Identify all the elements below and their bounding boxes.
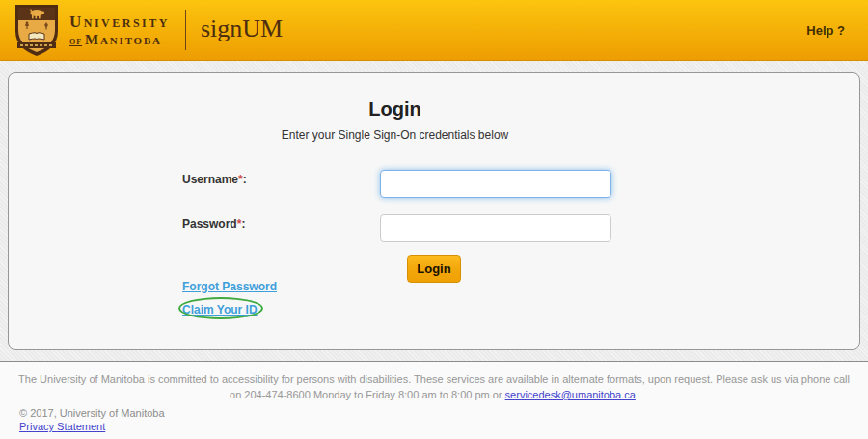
after-email-period: . (636, 389, 638, 400)
main-area: Login Enter your Single Sign-On credenti… (0, 61, 868, 361)
username-label: Username*: (182, 173, 247, 186)
page-subtitle: Enter your Single Sign-On credentials be… (176, 128, 614, 142)
university-wordmark: University ofManitoba (69, 14, 170, 47)
page-title: Login (176, 98, 614, 121)
university-crest-icon (14, 4, 60, 57)
ribbon-banner-glyph (17, 42, 56, 48)
app-header: University ofManitoba signUM Help ? (0, 0, 868, 61)
copyright-text: © 2017, University of Manitoba (19, 407, 165, 419)
open-book-glyph (29, 32, 44, 39)
privacy-statement-link[interactable]: Privacy Statement (19, 421, 105, 432)
login-button[interactable]: Login (407, 255, 461, 283)
wordmark-line1: University (69, 14, 170, 30)
wordmark-line2: ofManitoba (69, 33, 170, 47)
help-link[interactable]: Help ? (806, 23, 845, 38)
password-label: Password*: (182, 217, 245, 231)
servicedesk-email-link[interactable]: servicedesk@umanitoba.ca (505, 389, 636, 400)
forgot-password-link[interactable]: Forgot Password (182, 280, 277, 293)
accessibility-notice: The University of Manitoba is committed … (0, 362, 868, 403)
password-input[interactable] (380, 214, 611, 242)
wordmark-of: of (69, 35, 82, 46)
login-heading: Login Enter your Single Sign-On credenti… (176, 98, 614, 142)
accessibility-text: The University of Manitoba is committed … (18, 373, 850, 400)
login-card: Login Enter your Single Sign-On credenti… (8, 72, 860, 350)
claim-your-id-link[interactable]: Claim Your ID (182, 303, 258, 316)
header-divider (185, 10, 186, 50)
username-input[interactable] (380, 170, 611, 198)
app-name: signUM (201, 14, 283, 45)
page-footer: The University of Manitoba is committed … (0, 361, 868, 439)
wordmark-manitoba: Manitoba (85, 32, 162, 47)
